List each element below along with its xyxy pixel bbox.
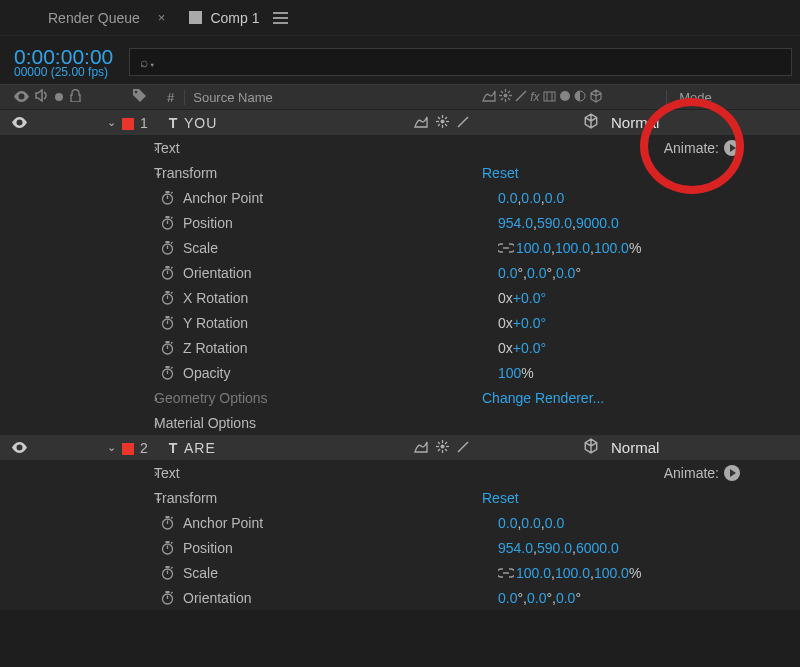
3d-icon[interactable] <box>583 113 599 132</box>
solo-icon[interactable] <box>54 90 64 105</box>
property-value[interactable]: 0x+0.0° <box>498 290 800 306</box>
column-number[interactable]: # <box>157 90 184 105</box>
stopwatch-icon[interactable] <box>160 215 175 230</box>
column-mode[interactable]: Mode <box>666 90 724 105</box>
layer-name[interactable]: ARE <box>184 440 414 456</box>
shy-icon[interactable] <box>414 115 428 131</box>
chevron-icon[interactable]: › <box>132 467 154 479</box>
column-source-name[interactable]: Source Name <box>184 90 476 105</box>
motion-blur-icon[interactable] <box>559 90 571 105</box>
label-swatch[interactable] <box>120 115 136 131</box>
property-group[interactable]: ›Geometry OptionsChange Renderer... <box>0 385 800 410</box>
quality-icon[interactable] <box>457 115 469 131</box>
comp-icon <box>189 11 202 24</box>
shy-icon[interactable] <box>414 440 428 456</box>
group-value-link[interactable]: Change Renderer... <box>482 390 800 406</box>
stopwatch-icon[interactable] <box>160 315 175 330</box>
property-value[interactable]: 100.0,100.0,100.0% <box>498 565 800 581</box>
current-time[interactable]: 0:00:00:00 00000 (25.00 fps) <box>14 45 113 79</box>
stopwatch-icon[interactable] <box>160 365 175 380</box>
3d-icon[interactable] <box>589 89 603 106</box>
property-value[interactable]: 0.0°,0.0°,0.0° <box>498 265 800 281</box>
animate-menu[interactable]: Animate: <box>664 140 800 156</box>
quality-icon[interactable] <box>457 440 469 456</box>
svg-rect-83 <box>166 591 170 593</box>
property-value[interactable]: 954.0,590.0,6000.0 <box>498 540 800 556</box>
stopwatch-icon[interactable] <box>160 290 175 305</box>
property-value[interactable]: 0.0,0.0,0.0 <box>498 515 800 531</box>
lock-icon[interactable] <box>70 89 81 105</box>
svg-line-46 <box>171 292 173 294</box>
property-value[interactable]: 0.0°,0.0°,0.0° <box>498 590 800 606</box>
chevron-icon[interactable]: ⌄ <box>132 166 154 179</box>
search-input[interactable]: ⌕▾ <box>129 48 792 76</box>
3d-icon[interactable] <box>583 438 599 457</box>
svg-line-24 <box>445 117 447 119</box>
link-icon[interactable] <box>498 565 514 581</box>
stopwatch-icon[interactable] <box>160 565 175 580</box>
property-value[interactable]: 0x+0.0° <box>498 315 800 331</box>
eye-icon[interactable] <box>14 90 29 105</box>
frame-blend-icon[interactable] <box>543 90 556 105</box>
layer-row[interactable]: ⌄1TYOUNormal <box>0 110 800 135</box>
eye-toggle[interactable] <box>0 440 22 456</box>
svg-rect-41 <box>166 266 170 268</box>
chevron-icon[interactable]: ⌄ <box>132 491 154 504</box>
property-group[interactable]: ⌄TransformReset <box>0 485 800 510</box>
svg-rect-71 <box>166 516 170 518</box>
chevron-icon[interactable]: › <box>132 392 154 404</box>
layer-row[interactable]: ⌄2TARENormal <box>0 435 800 460</box>
property-value[interactable]: 0.0,0.0,0.0 <box>498 190 800 206</box>
label-swatch[interactable] <box>120 440 136 456</box>
tag-icon[interactable] <box>132 91 147 106</box>
fx-icon[interactable]: fx <box>530 90 539 104</box>
svg-line-72 <box>171 517 173 519</box>
property-value[interactable]: 0x+0.0° <box>498 340 800 356</box>
adjustment-icon[interactable] <box>574 90 586 105</box>
property-name: Scale <box>183 240 218 256</box>
svg-point-17 <box>441 119 445 123</box>
property-value[interactable]: 100% <box>498 365 800 381</box>
animate-menu[interactable]: Animate: <box>664 465 800 481</box>
collapse-icon[interactable] <box>436 115 449 131</box>
svg-line-11 <box>516 91 526 101</box>
property-group[interactable]: ⌄TransformReset <box>0 160 800 185</box>
tab-render-queue[interactable]: Render Queue <box>30 0 158 35</box>
svg-line-34 <box>171 217 173 219</box>
chevron-icon[interactable]: › <box>132 142 154 154</box>
blend-mode[interactable]: Normal <box>599 114 671 131</box>
stopwatch-icon[interactable] <box>160 265 175 280</box>
chevron-icon[interactable]: › <box>132 417 154 429</box>
panel-menu-icon[interactable] <box>273 12 288 24</box>
tab-comp-1[interactable]: Comp 1 <box>171 0 306 35</box>
stopwatch-icon[interactable] <box>160 540 175 555</box>
property-group[interactable]: ›TextAnimate: <box>0 135 800 160</box>
stopwatch-icon[interactable] <box>160 590 175 605</box>
svg-line-76 <box>171 542 173 544</box>
stopwatch-icon[interactable] <box>160 240 175 255</box>
property-group[interactable]: ›TextAnimate: <box>0 460 800 485</box>
property-name: X Rotation <box>183 290 248 306</box>
property-group[interactable]: ›Material Options <box>0 410 800 435</box>
svg-line-9 <box>508 91 510 93</box>
property-value[interactable]: 100.0,100.0,100.0% <box>498 240 800 256</box>
property-value[interactable]: 954.0,590.0,9000.0 <box>498 215 800 231</box>
stopwatch-icon[interactable] <box>160 340 175 355</box>
reset-link[interactable]: Reset <box>482 490 800 506</box>
chevron-down-icon[interactable]: ⌄ <box>102 441 120 454</box>
eye-toggle[interactable] <box>0 115 22 131</box>
blend-mode[interactable]: Normal <box>599 439 671 456</box>
timecode-sub: 00000 (25.00 fps) <box>14 66 113 79</box>
stopwatch-icon[interactable] <box>160 190 175 205</box>
speaker-icon[interactable] <box>35 89 48 105</box>
close-icon[interactable]: × <box>158 10 166 25</box>
stopwatch-icon[interactable] <box>160 515 175 530</box>
shy-icon[interactable] <box>482 90 496 105</box>
reset-link[interactable]: Reset <box>482 165 800 181</box>
layer-name[interactable]: YOU <box>184 115 414 131</box>
collapse-icon[interactable] <box>499 89 512 105</box>
link-icon[interactable] <box>498 240 514 256</box>
chevron-down-icon[interactable]: ⌄ <box>102 116 120 129</box>
collapse-icon[interactable] <box>436 440 449 456</box>
quality-icon[interactable] <box>515 90 527 105</box>
